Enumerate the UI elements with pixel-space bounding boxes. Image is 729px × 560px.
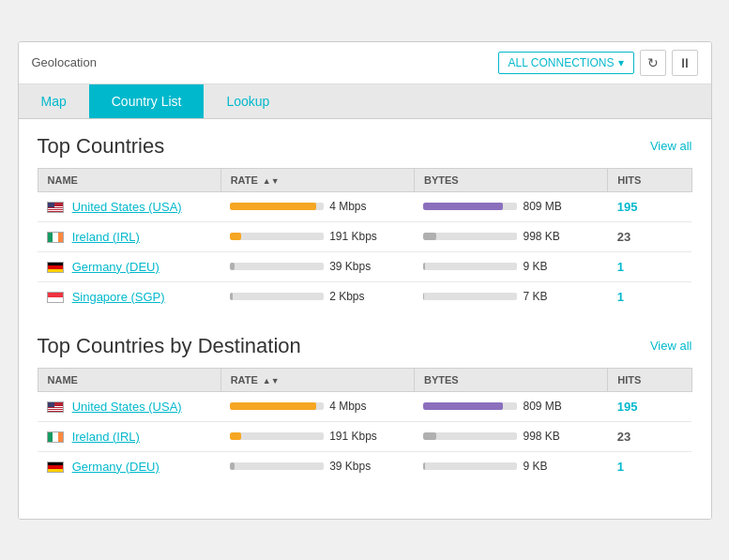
top-dest-title: Top Countries by Destination [38, 334, 301, 358]
country-name-cell: Germany (DEU) [38, 251, 220, 281]
rate-cell: 191 Kbps [220, 221, 414, 251]
sort-icon: ▲▼ [263, 176, 280, 186]
bytes-bar-fill [423, 293, 424, 300]
bytes-cell: 9 KB [414, 451, 607, 481]
rate-cell: 4 Mbps [220, 191, 414, 221]
table-row: United States (USA) 4 Mbps [38, 191, 691, 221]
rate-cell: 4 Mbps [220, 391, 414, 421]
hits-cell: 1 [608, 281, 691, 311]
bytes-cell: 809 MB [414, 191, 607, 221]
hits-cell: 195 [608, 391, 691, 421]
rate-cell: 39 Kbps [220, 251, 414, 281]
rate-value: 2 Kbps [329, 290, 364, 303]
pause-button[interactable]: ⏸ [672, 50, 698, 76]
bytes-value: 998 KB [523, 430, 559, 443]
tab-map[interactable]: Map [19, 84, 89, 118]
top-countries-section: Top Countries View all NAME RATE ▲▼ BYTE… [38, 134, 692, 311]
rate-cell: 2 Kbps [220, 281, 414, 311]
dest-col-header-hits: HITS [608, 368, 691, 391]
connections-label: ALL CONNECTIONS [509, 56, 615, 69]
flag-irl [47, 232, 64, 243]
main-container: Geolocation ALL CONNECTIONS ▾ ↻ ⏸ Map Co… [18, 41, 712, 520]
table-row: Germany (DEU) 39 Kbps 9 K [38, 451, 691, 481]
table-row: Ireland (IRL) 191 Kbps 99 [38, 421, 691, 451]
table-row: Germany (DEU) 39 Kbps 9 K [38, 251, 691, 281]
bytes-value: 998 KB [523, 230, 559, 243]
hits-value: 1 [617, 260, 624, 274]
country-name-cell: Singapore (SGP) [38, 281, 220, 311]
hits-value: 1 [617, 460, 624, 474]
tab-country-list[interactable]: Country List [89, 84, 205, 118]
pause-icon: ⏸ [678, 55, 691, 70]
flag-usa [47, 401, 64, 413]
bytes-bar-bg [423, 293, 517, 300]
hits-value: 1 [617, 290, 624, 304]
bytes-bar-fill [423, 402, 503, 410]
bytes-cell: 998 KB [414, 221, 607, 251]
country-name-cell: Ireland (IRL) [38, 421, 220, 451]
dest-col-header-bytes: BYTES [414, 368, 607, 391]
top-dest-header: Top Countries by Destination View all [38, 334, 692, 358]
country-name-cell: Ireland (IRL) [38, 221, 220, 251]
country-link[interactable]: Germany (DEU) [72, 460, 159, 474]
rate-bar-fill [230, 402, 316, 410]
hits-cell: 195 [608, 191, 691, 221]
flag-sgp [47, 292, 64, 303]
country-link[interactable]: Ireland (IRL) [72, 230, 140, 244]
bytes-value: 7 KB [523, 290, 547, 303]
rate-value: 39 Kbps [329, 260, 371, 273]
top-controls: ALL CONNECTIONS ▾ ↻ ⏸ [498, 50, 698, 76]
top-countries-header-row: NAME RATE ▲▼ BYTES HITS [38, 168, 691, 191]
rate-bar-bg [230, 462, 324, 470]
bytes-bar-fill [423, 263, 425, 270]
country-link[interactable]: United States (USA) [72, 200, 182, 214]
country-link[interactable]: Singapore (SGP) [72, 290, 165, 304]
rate-bar-bg [230, 293, 324, 300]
content-area: Top Countries View all NAME RATE ▲▼ BYTE… [19, 119, 711, 519]
top-countries-header: Top Countries View all [38, 134, 692, 159]
col-header-name: NAME [38, 168, 220, 191]
top-countries-view-all[interactable]: View all [650, 139, 692, 153]
bytes-value: 9 KB [523, 460, 547, 473]
rate-bar-fill [230, 203, 316, 210]
rate-bar-fill [230, 263, 235, 270]
country-link[interactable]: United States (USA) [72, 400, 182, 414]
tabs-bar: Map Country List Lookup [19, 84, 711, 119]
top-countries-title: Top Countries [38, 134, 165, 159]
bytes-value: 809 MB [523, 400, 561, 413]
rate-bar-fill [230, 293, 233, 300]
country-link[interactable]: Germany (DEU) [72, 260, 159, 274]
bytes-cell: 7 KB [414, 281, 607, 311]
table-row: United States (USA) 4 Mbps [38, 391, 691, 421]
flag-irl [47, 431, 64, 443]
hits-value: 195 [617, 200, 638, 214]
table-row: Singapore (SGP) 2 Kbps 7 [38, 281, 691, 311]
col-header-rate[interactable]: RATE ▲▼ [220, 168, 414, 191]
connections-button[interactable]: ALL CONNECTIONS ▾ [498, 52, 634, 74]
hits-cell: 1 [608, 451, 691, 481]
dest-col-header-rate[interactable]: RATE ▲▼ [220, 368, 414, 391]
bytes-bar-fill [423, 432, 436, 440]
bytes-bar-bg [423, 402, 517, 410]
rate-bar-fill [230, 462, 235, 470]
hits-value: 23 [617, 430, 630, 444]
tab-lookup[interactable]: Lookup [204, 84, 292, 118]
rate-value: 4 Mbps [329, 200, 366, 213]
bytes-bar-bg [423, 432, 517, 440]
top-dest-view-all[interactable]: View all [650, 339, 692, 353]
rate-bar-fill [230, 432, 241, 440]
top-dest-section: Top Countries by Destination View all NA… [38, 334, 692, 481]
flag-deu [47, 262, 64, 273]
country-link[interactable]: Ireland (IRL) [72, 430, 140, 444]
bytes-bar-bg [423, 263, 517, 270]
country-name-cell: United States (USA) [38, 191, 220, 221]
col-header-hits: HITS [608, 168, 691, 191]
bytes-value: 809 MB [523, 200, 561, 213]
bytes-bar-fill [423, 462, 425, 470]
rate-value: 4 Mbps [329, 400, 366, 413]
refresh-button[interactable]: ↻ [640, 50, 666, 76]
top-dest-header-row: NAME RATE ▲▼ BYTES HITS [38, 368, 691, 391]
top-dest-table: NAME RATE ▲▼ BYTES HITS United States (U… [38, 368, 692, 481]
rate-value: 39 Kbps [329, 460, 371, 473]
bytes-cell: 809 MB [414, 391, 607, 421]
